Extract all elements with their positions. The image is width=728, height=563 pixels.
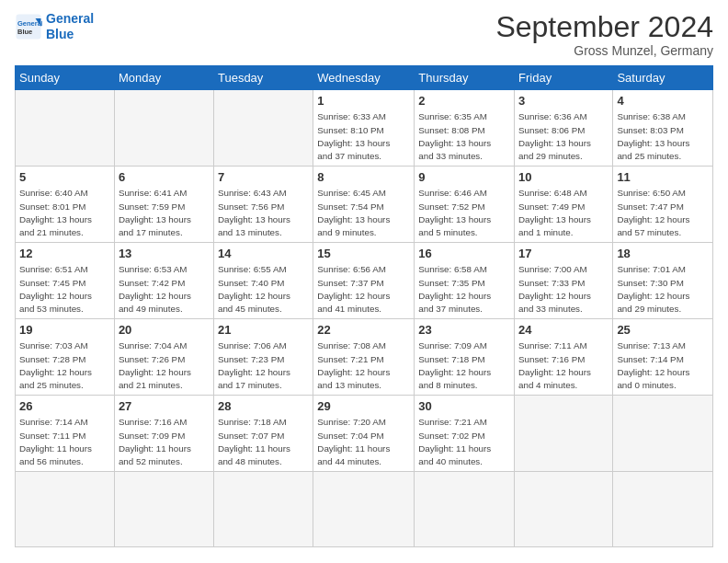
header: General Blue General Blue September 2024… (15, 11, 713, 58)
day-number: 15 (317, 246, 410, 262)
day-number: 4 (617, 93, 709, 109)
calendar-week-row: 19Sunrise: 7:03 AM Sunset: 7:28 PM Dayli… (16, 319, 713, 396)
table-row: 25Sunrise: 7:13 AM Sunset: 7:14 PM Dayli… (613, 319, 713, 396)
day-info: Sunrise: 6:48 AM Sunset: 7:49 PM Dayligh… (518, 187, 609, 239)
table-row: 1Sunrise: 6:33 AM Sunset: 8:10 PM Daylig… (313, 90, 415, 167)
table-row: 28Sunrise: 7:18 AM Sunset: 7:07 PM Dayli… (213, 396, 313, 472)
table-row: 20Sunrise: 7:04 AM Sunset: 7:26 PM Dayli… (114, 319, 213, 396)
day-number: 21 (218, 322, 309, 339)
table-row: 2Sunrise: 6:35 AM Sunset: 8:08 PM Daylig… (415, 90, 515, 167)
day-number: 26 (19, 398, 110, 415)
day-info: Sunrise: 7:21 AM Sunset: 7:02 PM Dayligh… (418, 416, 510, 468)
table-row (16, 472, 115, 547)
day-info: Sunrise: 6:56 AM Sunset: 7:37 PM Dayligh… (317, 263, 410, 316)
day-number: 16 (418, 246, 510, 262)
table-row (515, 472, 613, 547)
month-title: September 2024 (495, 11, 713, 43)
table-row (16, 90, 115, 167)
day-number: 2 (418, 93, 510, 109)
table-row (213, 472, 313, 547)
table-row (515, 396, 613, 472)
table-row: 5Sunrise: 6:40 AM Sunset: 8:01 PM Daylig… (16, 167, 115, 243)
table-row: 13Sunrise: 6:53 AM Sunset: 7:42 PM Dayli… (114, 243, 213, 319)
table-row (114, 472, 213, 547)
day-number: 8 (317, 169, 410, 186)
calendar-week-row: 1Sunrise: 6:33 AM Sunset: 8:10 PM Daylig… (16, 90, 713, 167)
day-info: Sunrise: 6:40 AM Sunset: 8:01 PM Dayligh… (19, 187, 110, 239)
day-number: 19 (19, 322, 110, 339)
day-number: 29 (317, 398, 410, 415)
day-info: Sunrise: 6:53 AM Sunset: 7:42 PM Dayligh… (119, 263, 210, 316)
day-number: 10 (518, 169, 609, 186)
table-row: 3Sunrise: 6:36 AM Sunset: 8:06 PM Daylig… (515, 90, 613, 167)
table-row: 11Sunrise: 6:50 AM Sunset: 7:47 PM Dayli… (613, 167, 713, 243)
day-info: Sunrise: 7:00 AM Sunset: 7:33 PM Dayligh… (518, 263, 609, 316)
day-number: 6 (119, 169, 210, 186)
day-number: 24 (518, 322, 609, 339)
header-friday: Friday (515, 66, 613, 90)
logo-blue: Blue (46, 27, 74, 41)
logo-general: General (46, 11, 94, 26)
table-row: 16Sunrise: 6:58 AM Sunset: 7:35 PM Dayli… (415, 243, 515, 319)
header-wednesday: Wednesday (313, 66, 415, 90)
table-row: 30Sunrise: 7:21 AM Sunset: 7:02 PM Dayli… (415, 396, 515, 472)
day-info: Sunrise: 6:45 AM Sunset: 7:54 PM Dayligh… (317, 187, 410, 239)
day-info: Sunrise: 7:01 AM Sunset: 7:30 PM Dayligh… (617, 263, 709, 316)
day-number: 17 (518, 246, 609, 262)
table-row (313, 472, 415, 547)
day-number: 30 (418, 398, 510, 415)
day-info: Sunrise: 6:55 AM Sunset: 7:40 PM Dayligh… (218, 263, 309, 316)
day-info: Sunrise: 6:36 AM Sunset: 8:06 PM Dayligh… (518, 110, 609, 163)
day-info: Sunrise: 6:35 AM Sunset: 8:08 PM Dayligh… (418, 110, 510, 163)
table-row: 26Sunrise: 7:14 AM Sunset: 7:11 PM Dayli… (16, 396, 115, 472)
table-row (613, 396, 713, 472)
location: Gross Munzel, Germany (495, 43, 713, 58)
logo-icon: General Blue (15, 13, 42, 40)
day-info: Sunrise: 7:18 AM Sunset: 7:07 PM Dayligh… (218, 416, 309, 468)
day-info: Sunrise: 7:20 AM Sunset: 7:04 PM Dayligh… (317, 416, 410, 468)
table-row: 18Sunrise: 7:01 AM Sunset: 7:30 PM Dayli… (613, 243, 713, 319)
day-info: Sunrise: 7:13 AM Sunset: 7:14 PM Dayligh… (617, 339, 709, 392)
table-row: 24Sunrise: 7:11 AM Sunset: 7:16 PM Dayli… (515, 319, 613, 396)
day-info: Sunrise: 7:04 AM Sunset: 7:26 PM Dayligh… (119, 339, 210, 392)
table-row: 23Sunrise: 7:09 AM Sunset: 7:18 PM Dayli… (415, 319, 515, 396)
table-row: 27Sunrise: 7:16 AM Sunset: 7:09 PM Dayli… (114, 396, 213, 472)
day-number: 23 (418, 322, 510, 339)
day-number: 13 (119, 246, 210, 262)
day-number: 3 (518, 93, 609, 109)
table-row (415, 472, 515, 547)
day-info: Sunrise: 7:09 AM Sunset: 7:18 PM Dayligh… (418, 339, 510, 392)
calendar-table: Sunday Monday Tuesday Wednesday Thursday… (15, 65, 713, 547)
logo: General Blue General Blue (15, 11, 94, 42)
day-info: Sunrise: 7:03 AM Sunset: 7:28 PM Dayligh… (19, 339, 110, 392)
page-container: General Blue General Blue September 2024… (0, 0, 728, 558)
table-row: 10Sunrise: 6:48 AM Sunset: 7:49 PM Dayli… (515, 167, 613, 243)
calendar-week-row: 12Sunrise: 6:51 AM Sunset: 7:45 PM Dayli… (16, 243, 713, 319)
calendar-week-row (16, 472, 713, 547)
table-row: 6Sunrise: 6:41 AM Sunset: 7:59 PM Daylig… (114, 167, 213, 243)
table-row (613, 472, 713, 547)
day-info: Sunrise: 6:38 AM Sunset: 8:03 PM Dayligh… (617, 110, 709, 163)
day-info: Sunrise: 6:41 AM Sunset: 7:59 PM Dayligh… (119, 187, 210, 239)
table-row: 9Sunrise: 6:46 AM Sunset: 7:52 PM Daylig… (415, 167, 515, 243)
table-row: 21Sunrise: 7:06 AM Sunset: 7:23 PM Dayli… (213, 319, 313, 396)
day-number: 11 (617, 169, 709, 186)
day-info: Sunrise: 7:11 AM Sunset: 7:16 PM Dayligh… (518, 339, 609, 392)
table-row: 4Sunrise: 6:38 AM Sunset: 8:03 PM Daylig… (613, 90, 713, 167)
day-info: Sunrise: 6:58 AM Sunset: 7:35 PM Dayligh… (418, 263, 510, 316)
header-monday: Monday (114, 66, 213, 90)
day-number: 12 (19, 246, 110, 262)
day-number: 27 (119, 398, 210, 415)
table-row: 29Sunrise: 7:20 AM Sunset: 7:04 PM Dayli… (313, 396, 415, 472)
table-row: 7Sunrise: 6:43 AM Sunset: 7:56 PM Daylig… (213, 167, 313, 243)
day-info: Sunrise: 6:33 AM Sunset: 8:10 PM Dayligh… (317, 110, 410, 163)
header-thursday: Thursday (415, 66, 515, 90)
day-number: 5 (19, 169, 110, 186)
table-row: 19Sunrise: 7:03 AM Sunset: 7:28 PM Dayli… (16, 319, 115, 396)
header-tuesday: Tuesday (213, 66, 313, 90)
day-number: 7 (218, 169, 309, 186)
svg-text:Blue: Blue (17, 27, 32, 35)
table-row: 17Sunrise: 7:00 AM Sunset: 7:33 PM Dayli… (515, 243, 613, 319)
header-sunday: Sunday (16, 66, 115, 90)
table-row (213, 90, 313, 167)
